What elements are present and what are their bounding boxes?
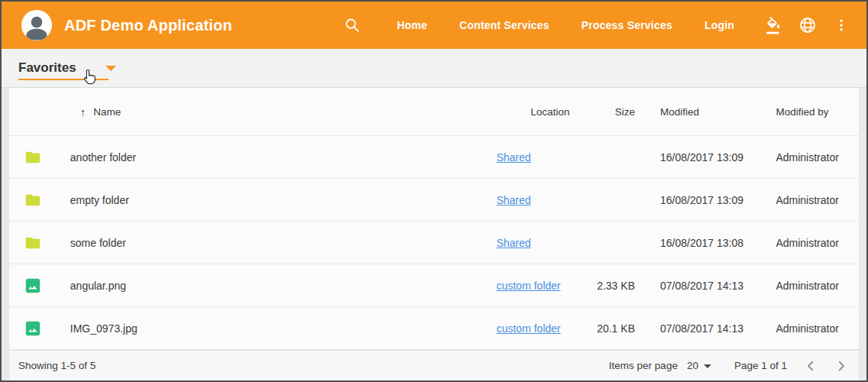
file-name[interactable]: empty folder	[63, 194, 489, 206]
language-button[interactable]	[795, 12, 821, 38]
avatar[interactable]	[21, 10, 52, 40]
cursor-pointer-icon	[81, 67, 99, 87]
nav-item-home[interactable]: Home	[381, 11, 443, 39]
previous-page-button[interactable]	[804, 359, 818, 373]
size-column-header[interactable]: Size	[588, 106, 637, 118]
file-size: 20.1 KB	[588, 322, 637, 335]
app-title: ADF Demo Application	[64, 17, 232, 34]
image-file-icon	[24, 320, 41, 337]
document-list-toolbar: Favorites	[2, 49, 866, 88]
image-file-icon	[24, 277, 41, 294]
location-link[interactable]: custom folder	[497, 322, 561, 335]
document-list-table: ↑ Name Location Size Modified Modified b…	[9, 88, 859, 350]
folder-icon	[24, 149, 41, 166]
folder-icon	[24, 235, 41, 251]
modified-by: Administrator	[770, 151, 859, 163]
location-column-header[interactable]: Location	[489, 106, 588, 118]
page-info: Page 1 of 1	[734, 360, 787, 371]
current-view-title[interactable]: Favorites	[18, 60, 76, 76]
folder-icon	[24, 192, 41, 209]
modified-by: Administrator	[770, 237, 859, 249]
table-row[interactable]: angular.png custom folder 2.33 KB 07/08/…	[9, 264, 859, 307]
main-nav: Home Content Services Process Services L…	[381, 11, 750, 39]
location-link[interactable]: custom folder	[497, 280, 561, 292]
modified-date: 07/08/2017 14:13	[637, 322, 770, 335]
showing-count: Showing 1-5 of 5	[18, 360, 96, 371]
location-link[interactable]: Shared	[497, 194, 531, 206]
more-menu-button[interactable]	[828, 12, 854, 38]
table-header-row: ↑ Name Location Size Modified Modified b…	[9, 88, 859, 136]
app-window: ADF Demo Application Home Content Servic…	[0, 0, 868, 382]
table-row[interactable]: some folder Shared 16/08/2017 13:08 Admi…	[9, 222, 859, 264]
theme-color-button[interactable]	[761, 12, 787, 38]
title-underline	[18, 79, 108, 80]
modified-by: Administrator	[770, 280, 859, 292]
file-name[interactable]: another folder	[63, 151, 489, 163]
file-name[interactable]: some folder	[63, 237, 489, 249]
sort-ascending-icon[interactable]: ↑	[80, 105, 86, 118]
file-size: 2.33 KB	[588, 280, 637, 292]
chevron-left-icon	[804, 359, 818, 373]
more-vert-icon	[834, 17, 849, 34]
app-header: ADF Demo Application Home Content Servic…	[2, 2, 866, 49]
next-page-button[interactable]	[834, 359, 848, 373]
dropdown-arrow-icon	[704, 364, 711, 368]
table-footer: Showing 1-5 of 5 Items per page 20 Page …	[9, 350, 859, 380]
items-per-page-label: Items per page	[609, 360, 678, 371]
modified-by: Administrator	[770, 322, 859, 335]
header-icon-group	[761, 12, 854, 38]
modified-date: 07/08/2017 14:13	[637, 280, 770, 292]
color-fill-icon	[764, 15, 784, 35]
globe-icon	[798, 16, 817, 34]
nav-item-process-services[interactable]: Process Services	[565, 11, 688, 39]
user-icon	[22, 13, 51, 40]
search-button[interactable]	[344, 17, 361, 34]
location-link[interactable]: Shared	[497, 151, 531, 163]
table-row[interactable]: another folder Shared 16/08/2017 13:09 A…	[9, 136, 859, 179]
dropdown-arrow-icon[interactable]	[105, 66, 116, 71]
modified-by-column-header[interactable]: Modified by	[770, 106, 859, 118]
name-column-header[interactable]: ↑ Name	[63, 105, 489, 118]
chevron-right-icon	[834, 359, 848, 373]
modified-date: 16/08/2017 13:08	[637, 237, 770, 249]
table-row[interactable]: IMG_0973.jpg custom folder 20.1 KB 07/08…	[9, 307, 859, 350]
file-name[interactable]: IMG_0973.jpg	[63, 322, 489, 335]
items-per-page-select[interactable]: 20	[687, 360, 711, 371]
search-icon	[344, 17, 361, 34]
name-column-label[interactable]: Name	[93, 106, 121, 118]
modified-date: 16/08/2017 13:09	[637, 194, 770, 206]
nav-item-login[interactable]: Login	[688, 11, 750, 39]
paginator: Items per page 20 Page 1 of 1	[609, 359, 848, 373]
items-per-page-value[interactable]: 20	[687, 360, 698, 371]
table-row[interactable]: empty folder Shared 16/08/2017 13:09 Adm…	[9, 179, 859, 222]
modified-column-header[interactable]: Modified	[637, 106, 770, 118]
nav-item-content-services[interactable]: Content Services	[443, 11, 565, 39]
location-link[interactable]: Shared	[497, 237, 531, 249]
modified-by: Administrator	[770, 194, 859, 206]
file-name[interactable]: angular.png	[63, 280, 489, 292]
modified-date: 16/08/2017 13:09	[637, 151, 770, 163]
